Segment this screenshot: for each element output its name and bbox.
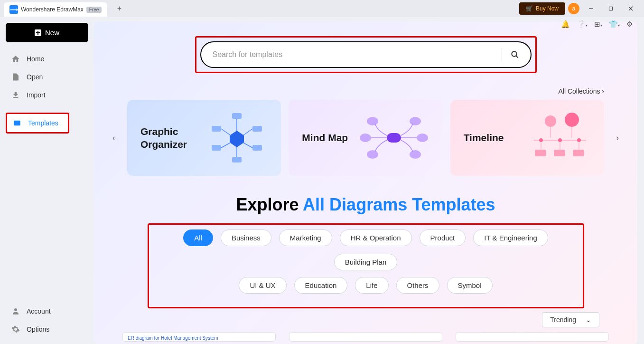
search-box[interactable] [200,41,532,68]
sidebar: New Home Open Import Templates Accoun [0,17,94,344]
settings-icon[interactable]: ⚙ [626,20,633,29]
svg-point-31 [545,115,556,127]
sort-dropdown[interactable]: Trending ⌄ [542,312,599,327]
cart-icon: 🛒 [526,5,533,12]
card-title: Graphic Organizer [140,125,187,151]
svg-point-35 [558,138,562,142]
svg-line-20 [221,129,231,135]
templates-icon [13,119,21,127]
sidebar-item-label: Import [27,91,46,99]
close-button[interactable] [622,1,639,16]
minimize-button[interactable] [582,1,599,16]
file-icon [11,73,20,81]
filter-marketing[interactable]: Marketing [279,229,332,246]
svg-rect-41 [573,150,584,156]
help-icon[interactable]: ❔▾ [577,20,588,29]
search-icon[interactable] [511,50,519,59]
new-tab-button[interactable]: + [112,4,126,13]
svg-rect-39 [535,150,546,156]
svg-rect-15 [252,126,262,132]
app-name: Wondershare EdrawMax [21,6,84,13]
filter-all[interactable]: All [183,229,213,246]
filter-education[interactable]: Education [294,277,348,294]
filter-ui-ux[interactable]: UI & UX [239,277,286,294]
graphic-organizer-icon [206,109,268,166]
maximize-button[interactable] [602,1,619,16]
svg-rect-7 [14,121,20,126]
timeline-icon [529,109,591,166]
all-collections-link[interactable]: All Collections › [108,73,623,100]
svg-rect-40 [554,150,565,156]
sidebar-item-label: Account [27,307,51,315]
category-carousel: ‹ Graphic Organizer [108,100,623,176]
svg-rect-14 [212,126,221,132]
svg-point-25 [367,117,378,125]
template-card[interactable] [456,332,609,342]
plus-icon [35,29,41,36]
svg-rect-13 [232,157,242,162]
sidebar-item-label: Home [27,55,44,63]
search-highlight [195,36,537,73]
svg-point-26 [410,117,421,125]
card-title: Timeline [464,131,504,144]
sidebar-item-label: Open [27,73,43,81]
search-input[interactable] [213,50,493,59]
filter-product[interactable]: Product [420,229,466,246]
sidebar-item-label: Options [27,325,49,333]
carousel-next[interactable]: › [612,133,623,143]
sidebar-item-options[interactable]: Options [6,320,88,338]
titlebar: ⟶ Wondershare EdrawMax Free + 🛒 Buy Now … [0,0,644,17]
card-mind-map[interactable]: Mind Map [289,100,442,176]
card-title: Mind Map [302,131,348,144]
svg-point-9 [512,51,517,57]
svg-point-32 [565,113,579,127]
sidebar-item-home[interactable]: Home [6,50,88,68]
sidebar-item-import[interactable]: Import [6,86,88,104]
svg-line-22 [221,143,231,148]
explore-heading: Explore All Diagrams Templates [108,195,623,215]
card-timeline[interactable]: Timeline [450,100,604,176]
svg-rect-12 [232,113,242,119]
app-tab[interactable]: ⟶ Wondershare EdrawMax Free [4,2,107,17]
card-graphic-organizer[interactable]: Graphic Organizer [127,100,281,176]
mind-map-icon [358,109,429,166]
filter-hr-operation[interactable]: HR & Operation [340,229,412,246]
content: 🔔 ❔▾ ⊞▾ 👕▾ ⚙ All Collections › [94,17,644,344]
sidebar-item-templates[interactable]: Templates [7,114,68,132]
sidebar-item-label: Templates [28,119,58,127]
home-icon [11,55,20,63]
svg-line-21 [243,129,252,135]
filter-life[interactable]: Life [355,277,388,294]
app-logo-icon: ⟶ [9,5,18,14]
svg-point-30 [410,150,421,159]
filter-row-2: UI & UX Education Life Others Symbol [155,277,577,294]
filter-it-engineering[interactable]: IT & Engineering [473,229,548,246]
import-icon [11,91,20,99]
buy-now-button[interactable]: 🛒 Buy Now [519,2,565,15]
avatar[interactable]: a [568,3,579,14]
sidebar-item-open[interactable]: Open [6,68,88,86]
sidebar-item-account[interactable]: Account [6,302,88,320]
svg-point-8 [14,308,17,311]
svg-point-28 [417,134,428,142]
svg-line-10 [516,56,518,58]
chevron-down-icon: ⌄ [586,316,591,324]
filter-others[interactable]: Others [396,277,439,294]
filter-row-1: All Business Marketing HR & Operation Pr… [155,229,577,270]
carousel-prev[interactable]: ‹ [108,133,120,143]
bell-icon[interactable]: 🔔 [561,20,570,29]
main-panel: All Collections › ‹ Graphic Organizer [94,22,637,344]
filter-business[interactable]: Business [221,229,271,246]
template-card[interactable]: ER diagram for Hotel Management System [122,332,276,342]
templates-grid: ER diagram for Hotel Management System [108,327,623,342]
filter-symbol[interactable]: Symbol [447,277,493,294]
apps-icon[interactable]: ⊞▾ [594,20,602,29]
filter-building-plan[interactable]: Building Plan [334,254,398,270]
new-button[interactable]: New [6,23,88,42]
shirt-icon[interactable]: 👕▾ [609,20,620,29]
chevron-right-icon: › [602,87,604,95]
filters-highlight: All Business Marketing HR & Operation Pr… [148,223,584,308]
gear-icon [11,325,20,334]
svg-point-27 [360,134,371,142]
template-card[interactable] [289,332,442,342]
